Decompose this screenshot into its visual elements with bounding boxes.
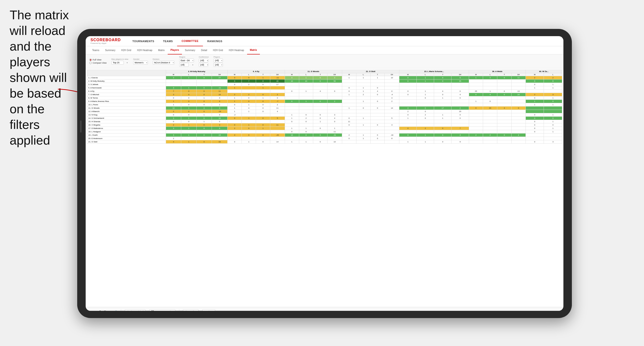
cell: 2 bbox=[452, 107, 469, 110]
cell bbox=[356, 110, 370, 113]
cell: 0 bbox=[196, 140, 212, 144]
sub-nav-h2h-heatmap[interactable]: H2H Heatmap bbox=[134, 46, 155, 54]
cell: 4 bbox=[242, 107, 256, 110]
clock-button[interactable]: 🕐 bbox=[114, 310, 117, 311]
cell: 4 bbox=[483, 93, 497, 96]
undo-button[interactable]: ↩ bbox=[89, 310, 92, 311]
sub-nav-matrix2[interactable]: Matrix bbox=[247, 46, 260, 54]
refresh-button[interactable]: ⟳ bbox=[99, 310, 102, 311]
max-players-select[interactable]: Top 25 bbox=[112, 61, 124, 65]
view-original-button[interactable]: 👁 View: Original bbox=[125, 309, 146, 311]
cell: 0 bbox=[256, 134, 270, 137]
sub-nav-detail[interactable]: Detail bbox=[198, 46, 210, 54]
cell bbox=[384, 120, 399, 123]
cell bbox=[370, 83, 384, 86]
cell: 1 bbox=[544, 86, 562, 90]
sub-w1: W bbox=[166, 73, 181, 76]
cell: 0 bbox=[256, 93, 270, 96]
view-original-label: View: Original bbox=[130, 310, 143, 311]
cell: 0 bbox=[452, 117, 469, 120]
max-players-filter: Max players in view Top 25 bbox=[112, 58, 128, 65]
cell: 0 bbox=[196, 86, 212, 90]
toolbar-separator2 bbox=[179, 309, 179, 311]
cell: 7 bbox=[166, 90, 181, 93]
cell: 1 bbox=[544, 96, 562, 100]
cell: 24 bbox=[512, 93, 526, 96]
cell: 11 bbox=[342, 120, 356, 123]
cell: 0 bbox=[228, 117, 242, 120]
players-sub-select[interactable]: (All) bbox=[214, 63, 223, 67]
cell: 0 bbox=[285, 130, 299, 134]
region-sub-select[interactable]: (All) bbox=[179, 63, 189, 67]
cell: 1 bbox=[196, 113, 212, 117]
compact-view-radio[interactable] bbox=[89, 62, 92, 64]
nav-rankings[interactable]: RANKINGS bbox=[203, 36, 227, 46]
conference-sub-select[interactable]: (All) bbox=[199, 63, 208, 67]
sub-w4: W bbox=[342, 73, 356, 76]
cell: 1 bbox=[434, 113, 452, 117]
sub-nav-h2h-grid2[interactable]: H2H Grid bbox=[210, 46, 226, 54]
cell bbox=[544, 134, 562, 137]
cell bbox=[483, 117, 497, 120]
cell: 11 bbox=[270, 107, 285, 110]
cell: 0 bbox=[452, 113, 469, 117]
watch-icon: 👁 bbox=[185, 310, 187, 311]
share-button[interactable]: ↗ Share bbox=[202, 309, 215, 311]
conference-select[interactable]: (All) bbox=[199, 59, 208, 62]
full-view-radio[interactable] bbox=[89, 59, 92, 61]
gender-select[interactable]: Women's bbox=[133, 61, 148, 65]
sub-nav-summary[interactable]: Summary bbox=[102, 46, 118, 54]
cell: 0 bbox=[181, 96, 196, 100]
bottom-toolbar: ↩ ↪ ⟳ ⊞ − + 🕐 👁 View: Original 💾 Save Cu… bbox=[86, 307, 564, 311]
cell: 3 bbox=[328, 113, 342, 117]
cell: 0 bbox=[196, 117, 212, 120]
matrix-container[interactable]: 2. M Kelly Mulcahy 6. A Dy 11. G Woods 2… bbox=[86, 68, 564, 307]
plus-button[interactable]: + bbox=[111, 310, 112, 311]
cell: 2 bbox=[270, 103, 285, 107]
cell bbox=[417, 100, 434, 103]
full-view-label: Full View bbox=[93, 59, 101, 61]
compact-view-option[interactable]: Compact View bbox=[89, 62, 107, 64]
cell bbox=[497, 120, 512, 123]
cell: 4 bbox=[399, 107, 417, 110]
sub-nav-matrix[interactable]: Matrix bbox=[155, 46, 168, 54]
players-filter-label: Players bbox=[214, 56, 223, 58]
cell: 0 bbox=[181, 103, 196, 107]
view-options: Full View Compact View bbox=[89, 59, 107, 64]
redo-button[interactable]: ↪ bbox=[94, 310, 97, 311]
nav-teams[interactable]: TEAMS bbox=[158, 36, 177, 46]
player-name: 17. D Ballesteros bbox=[87, 127, 166, 130]
cell bbox=[497, 103, 512, 107]
cell: 0 bbox=[196, 90, 212, 93]
cell: 0 bbox=[228, 103, 242, 107]
sub-nav-h2h-heatmap2[interactable]: H2H Heatmap bbox=[226, 46, 247, 54]
sub-nav-h2h-grid[interactable]: H2H Grid bbox=[118, 46, 134, 54]
conference-filter: Conference (All) (All) bbox=[199, 56, 209, 67]
sub-nav: Teams Summary H2H Grid H2H Heatmap Matri… bbox=[86, 46, 564, 54]
cell: 3 bbox=[228, 76, 242, 80]
cell: -11 bbox=[212, 86, 228, 90]
division-select[interactable]: NCAA Division II bbox=[153, 61, 174, 65]
table-row: 20. E Andersson 2 bbox=[87, 137, 562, 140]
full-view-option[interactable]: Full View bbox=[89, 59, 107, 61]
region-select[interactable]: East - DII bbox=[179, 59, 194, 62]
sub-nav-summary2[interactable]: Summary bbox=[182, 46, 198, 54]
sub-nav-players[interactable]: Players bbox=[168, 46, 182, 54]
cell bbox=[370, 96, 384, 100]
players-select[interactable]: (All) bbox=[214, 59, 223, 62]
cell: 0 bbox=[434, 80, 452, 83]
cell: 17 bbox=[434, 107, 452, 110]
sub-nav-teams[interactable]: Teams bbox=[89, 46, 102, 54]
cell: 0 bbox=[242, 76, 256, 80]
nav-tournaments[interactable]: TOURNAMENTS bbox=[128, 36, 159, 46]
watch-button[interactable]: 👁 Watch ▾ bbox=[183, 309, 198, 311]
copy-button[interactable]: ⊞ bbox=[104, 310, 106, 311]
cell: 2 bbox=[166, 123, 181, 127]
cell bbox=[544, 107, 562, 110]
save-custom-view-button[interactable]: 💾 Save Custom View bbox=[149, 309, 176, 311]
minus-button[interactable]: − bbox=[108, 310, 109, 311]
share-label: Share bbox=[207, 310, 213, 311]
players-select-wrapper: (All) bbox=[214, 59, 223, 62]
cell bbox=[469, 127, 483, 130]
nav-committee[interactable]: COMMITTEE bbox=[177, 36, 203, 46]
